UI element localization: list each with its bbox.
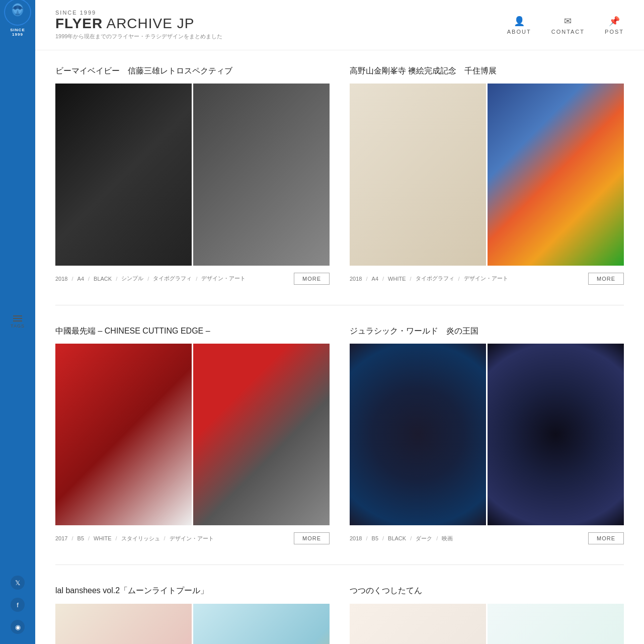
image-jurassic-2 bbox=[488, 344, 624, 525]
header-since: SINCE 1999 bbox=[55, 10, 222, 16]
svg-point-6 bbox=[15, 14, 20, 16]
rss-icon[interactable]: ◉ bbox=[11, 620, 25, 634]
tags-section[interactable]: TAGS bbox=[0, 315, 35, 329]
image-lal-2 bbox=[193, 604, 330, 644]
tags-menu-icon[interactable] bbox=[13, 315, 22, 321]
item-title-tsutsu: つつのくつしたてん bbox=[350, 585, 624, 596]
header-subtitle: 1999年から現在までのフライヤー・チラシデザインをまとめました bbox=[55, 33, 222, 40]
more-button-chinese[interactable]: MORE bbox=[294, 532, 330, 544]
meta-year: 2018 bbox=[350, 535, 362, 541]
header: SINCE 1999 FLYER ARCHIVE JP 1999年から現在までの… bbox=[35, 0, 644, 50]
meta-size: A4 bbox=[372, 276, 378, 282]
nav-post[interactable]: 📌 POST bbox=[605, 16, 624, 35]
grid-item-chinese: 中國最先端 – CHINESE CUTTING EDGE – 2017 / B5… bbox=[55, 326, 330, 545]
contact-icon: ✉ bbox=[564, 16, 572, 27]
contact-label: CONTACT bbox=[551, 29, 585, 35]
meta-size: A4 bbox=[77, 276, 84, 282]
image-tsutsu-1 bbox=[350, 604, 486, 644]
image-lal-1 bbox=[55, 604, 192, 644]
meta-year: 2017 bbox=[55, 535, 67, 541]
since-label: SINCE 1999 bbox=[4, 28, 31, 37]
grid-item-jurassic: ジュラシック・ワールド 炎の王国 2018 / B5 / BLACK / ダーク… bbox=[350, 326, 624, 545]
meta-style: シンプル bbox=[121, 275, 143, 282]
grid-item-bebaby: ビーマイベイビー 信藤三雄レトロスペクティブ 2018 / A4 / BLACK… bbox=[55, 65, 330, 285]
meta-color: BLACK bbox=[94, 276, 112, 282]
more-button-jurassic[interactable]: MORE bbox=[588, 532, 624, 544]
image-koyasan-1 bbox=[350, 84, 486, 265]
item-title-jurassic: ジュラシック・ワールド 炎の王国 bbox=[350, 326, 624, 337]
meta-color: WHITE bbox=[94, 535, 111, 541]
grid-row-3: lal banshees vol.2「ムーンライトプール」 つつのくつしたてん bbox=[55, 585, 624, 644]
item-images-koyasan bbox=[350, 84, 624, 265]
nav-contact[interactable]: ✉ CONTACT bbox=[551, 16, 585, 35]
more-button-bebaby[interactable]: MORE bbox=[294, 273, 330, 285]
item-meta-bebaby: 2018 / A4 / BLACK / シンプル / タイポグラフィ / デザイ… bbox=[55, 273, 330, 285]
image-chinese-2 bbox=[193, 344, 330, 525]
image-tsutsu-2 bbox=[488, 604, 624, 644]
item-title-chinese: 中國最先端 – CHINESE CUTTING EDGE – bbox=[55, 326, 330, 337]
header-title-normal: ARCHIVE JP bbox=[103, 16, 194, 31]
item-title-koyasan: 高野山金剛峯寺 襖絵完成記念 千住博展 bbox=[350, 65, 624, 76]
content-grid: ビーマイベイビー 信藤三雄レトロスペクティブ 2018 / A4 / BLACK… bbox=[35, 50, 644, 644]
item-images-lal bbox=[55, 604, 330, 644]
grid-item-tsutsu: つつのくつしたてん bbox=[350, 585, 624, 644]
meta-year: 2018 bbox=[55, 276, 67, 282]
grid-row-2: 中國最先端 – CHINESE CUTTING EDGE – 2017 / B5… bbox=[55, 326, 624, 566]
logo-circle bbox=[4, 0, 31, 26]
item-title-lal: lal banshees vol.2「ムーンライトプール」 bbox=[55, 585, 330, 596]
facebook-icon[interactable]: f bbox=[11, 598, 25, 612]
header-nav: 👤 ABOUT ✉ CONTACT 📌 POST bbox=[507, 16, 624, 35]
item-title-bebaby: ビーマイベイビー 信藤三雄レトロスペクティブ bbox=[55, 65, 330, 76]
nav-about[interactable]: 👤 ABOUT bbox=[507, 16, 531, 35]
item-images-tsutsu bbox=[350, 604, 624, 644]
item-meta-jurassic: 2018 / B5 / BLACK / ダーク / 映画 MORE bbox=[350, 532, 624, 544]
grid-row-1: ビーマイベイビー 信藤三雄レトロスペクティブ 2018 / A4 / BLACK… bbox=[55, 65, 624, 305]
meta-size: B5 bbox=[77, 535, 84, 541]
image-bebaby-2 bbox=[193, 84, 330, 265]
meta-size: B5 bbox=[372, 535, 378, 541]
main-content: SINCE 1999 FLYER ARCHIVE JP 1999年から現在までの… bbox=[35, 0, 644, 644]
meta-year: 2018 bbox=[350, 276, 362, 282]
about-label: ABOUT bbox=[507, 29, 531, 35]
grid-item-koyasan: 高野山金剛峯寺 襖絵完成記念 千住博展 2018 / A4 / WHITE / … bbox=[350, 65, 624, 285]
grid-item-lal: lal banshees vol.2「ムーンライトプール」 bbox=[55, 585, 330, 644]
header-title-bold: FLYER bbox=[55, 16, 103, 31]
image-chinese-1 bbox=[55, 344, 192, 525]
about-icon: 👤 bbox=[514, 16, 525, 27]
post-label: POST bbox=[605, 29, 624, 35]
twitter-icon[interactable]: 𝕏 bbox=[11, 576, 25, 590]
item-images-bebaby bbox=[55, 84, 330, 265]
meta-tag1: タイポグラフィ bbox=[416, 275, 454, 282]
meta-style: ダーク bbox=[416, 535, 432, 542]
meta-tag1: デザイン・アート bbox=[170, 535, 214, 542]
item-meta-chinese: 2017 / B5 / WHITE / スタイリッシュ / デザイン・アート M… bbox=[55, 532, 330, 544]
image-bebaby-1 bbox=[55, 84, 192, 265]
item-meta-koyasan: 2018 / A4 / WHITE / タイポグラフィ / デザイン・アート M… bbox=[350, 273, 624, 285]
post-icon: 📌 bbox=[609, 16, 620, 27]
meta-tag2: デザイン・アート bbox=[464, 275, 508, 282]
image-jurassic-1 bbox=[350, 344, 486, 525]
more-button-koyasan[interactable]: MORE bbox=[588, 273, 624, 285]
sidebar-logo[interactable]: SINCE 1999 bbox=[0, 0, 35, 35]
meta-color: WHITE bbox=[388, 276, 406, 282]
item-images-jurassic bbox=[350, 344, 624, 525]
item-images-chinese bbox=[55, 344, 330, 525]
tags-label: TAGS bbox=[11, 324, 25, 329]
meta-tag2: デザイン・アート bbox=[201, 275, 246, 282]
header-brand: SINCE 1999 FLYER ARCHIVE JP 1999年から現在までの… bbox=[55, 10, 222, 40]
image-koyasan-2 bbox=[488, 84, 624, 265]
meta-tag1: タイポグラフィ bbox=[153, 275, 192, 282]
meta-color: BLACK bbox=[388, 535, 406, 541]
sidebar-bottom: 𝕏 f ◉ bbox=[11, 576, 25, 644]
header-title: FLYER ARCHIVE JP bbox=[55, 16, 222, 32]
meta-tag1: 映画 bbox=[442, 535, 453, 542]
meta-style: スタイリッシュ bbox=[121, 535, 160, 542]
